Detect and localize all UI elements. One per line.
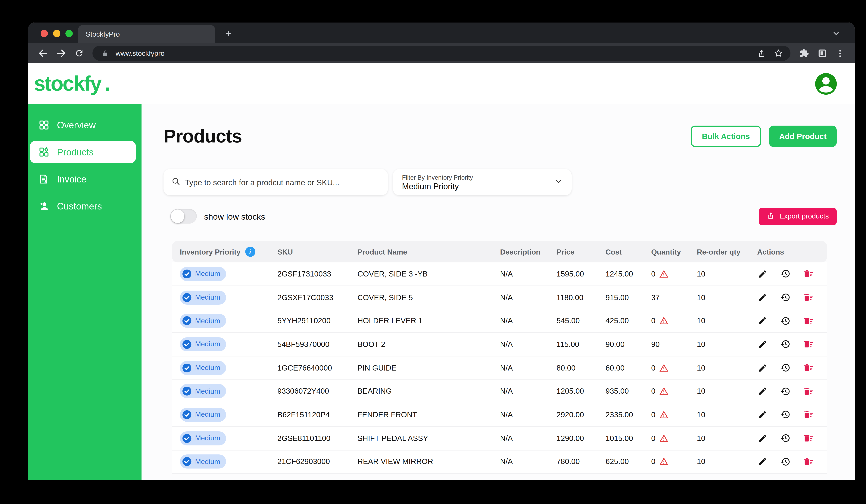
table-row: Medium 1GCE76640000 PIN GUIDE N/A 80.00 … xyxy=(172,356,827,380)
show-low-stocks-toggle[interactable] xyxy=(170,209,197,224)
history-icon[interactable] xyxy=(780,316,790,326)
col-actions: Actions xyxy=(757,248,827,256)
description-cell: N/A xyxy=(500,317,556,325)
delete-trash-icon[interactable] xyxy=(803,292,813,302)
low-stock-warning-icon xyxy=(659,410,668,420)
table-row: Medium 54BF59370000 BOOT 2 N/A 115.00 90… xyxy=(172,333,827,356)
actions-cell xyxy=(757,363,827,373)
col-description: Description xyxy=(500,248,556,256)
browser-menu-kebab-icon[interactable] xyxy=(833,47,847,60)
traffic-lights xyxy=(41,30,73,37)
table-row: Medium 21CF62903000 REAR VIEW MIRROR N/A… xyxy=(172,450,827,474)
sidebar: Overview Products $ Invoice xyxy=(28,104,142,480)
sku-cell: 1GCE76640000 xyxy=(277,364,357,372)
close-window-button[interactable] xyxy=(41,30,48,37)
history-icon[interactable] xyxy=(780,410,790,420)
history-icon[interactable] xyxy=(780,433,790,443)
delete-trash-icon[interactable] xyxy=(803,269,813,279)
cost-cell: 90.00 xyxy=(606,340,651,348)
delete-trash-icon[interactable] xyxy=(803,433,813,443)
invoice-document-icon: $ xyxy=(38,173,49,185)
check-circle-icon xyxy=(181,409,192,420)
svg-text:$: $ xyxy=(45,180,47,184)
search-icon xyxy=(171,176,180,188)
stockfy-app: stockfy. Overview xyxy=(28,63,855,480)
delete-trash-icon[interactable] xyxy=(803,339,813,349)
bulk-actions-button[interactable]: Bulk Actions xyxy=(691,125,761,147)
extensions-puzzle-icon[interactable] xyxy=(797,47,811,60)
delete-trash-icon[interactable] xyxy=(803,316,813,326)
quantity-cell: 0 xyxy=(651,387,697,396)
col-price: Price xyxy=(556,248,606,256)
user-avatar[interactable] xyxy=(813,71,839,97)
quantity-cell: 0 xyxy=(651,433,697,443)
priority-filter-dropdown[interactable]: Filter By Inventory Priority Medium Prio… xyxy=(393,169,572,195)
edit-pencil-icon[interactable] xyxy=(757,339,767,349)
priority-cell: Medium xyxy=(180,314,277,328)
table-row: Medium 2GSXF17C0033 COVER, SIDE 5 N/A 11… xyxy=(172,286,827,309)
cost-cell: 625.00 xyxy=(606,457,651,466)
edit-pencil-icon[interactable] xyxy=(757,269,767,279)
bookmark-star-icon[interactable] xyxy=(773,48,784,59)
priority-badge: Medium xyxy=(180,314,226,328)
reorder-qty-cell: 10 xyxy=(697,364,757,372)
edit-pencil-icon[interactable] xyxy=(757,316,767,326)
actions-cell xyxy=(757,292,827,302)
cost-cell: 1015.00 xyxy=(606,434,651,443)
lock-icon xyxy=(99,48,111,59)
table-row: Medium B62F151120P4 FENDER FRONT N/A 292… xyxy=(172,403,827,427)
history-icon[interactable] xyxy=(780,339,790,349)
delete-trash-icon[interactable] xyxy=(803,410,813,420)
new-tab-button[interactable]: + xyxy=(220,25,237,42)
add-product-button[interactable]: Add Product xyxy=(769,125,837,147)
reload-button[interactable] xyxy=(72,47,86,60)
edit-pencil-icon[interactable] xyxy=(757,410,767,420)
reorder-qty-cell: 10 xyxy=(697,434,757,443)
edit-pencil-icon[interactable] xyxy=(757,292,767,302)
sidebar-item-invoice[interactable]: $ Invoice xyxy=(30,168,136,190)
priority-badge: Medium xyxy=(180,431,226,445)
share-icon[interactable] xyxy=(756,48,767,59)
priority-cell: Medium xyxy=(180,267,277,281)
price-cell: 115.00 xyxy=(556,340,606,348)
cost-cell: 1245.00 xyxy=(606,270,651,278)
sidebar-item-customers[interactable]: Customers xyxy=(30,195,136,217)
price-cell: 1595.00 xyxy=(556,270,606,278)
edit-pencil-icon[interactable] xyxy=(757,386,767,396)
delete-trash-icon[interactable] xyxy=(803,457,813,467)
forward-button[interactable] xyxy=(54,47,68,60)
side-panel-icon[interactable] xyxy=(815,47,829,60)
check-circle-icon xyxy=(181,268,192,279)
sku-cell: B62F151120P4 xyxy=(277,411,357,419)
sidebar-item-overview[interactable]: Overview xyxy=(30,114,136,136)
tab-search-chevron-icon[interactable] xyxy=(832,29,840,39)
minimize-window-button[interactable] xyxy=(53,30,60,37)
info-icon[interactable]: i xyxy=(245,247,255,257)
history-icon[interactable] xyxy=(780,292,790,302)
cost-cell: 425.00 xyxy=(606,317,651,325)
edit-pencil-icon[interactable] xyxy=(757,433,767,443)
priority-badge: Medium xyxy=(180,290,226,305)
delete-trash-icon[interactable] xyxy=(803,386,813,396)
maximize-window-button[interactable] xyxy=(65,30,73,37)
sku-cell: 2GSF17310033 xyxy=(277,270,357,278)
history-icon[interactable] xyxy=(780,386,790,396)
history-icon[interactable] xyxy=(780,457,790,467)
edit-pencil-icon[interactable] xyxy=(757,457,767,467)
reorder-qty-cell: 10 xyxy=(697,457,757,466)
browser-tab[interactable]: StockfyPro xyxy=(78,25,215,43)
col-reorder-qty: Re-order qty xyxy=(697,248,757,256)
description-cell: N/A xyxy=(500,270,556,278)
address-bar[interactable]: www.stockfypro xyxy=(92,46,790,61)
back-button[interactable] xyxy=(36,47,49,60)
search-box[interactable] xyxy=(164,169,388,195)
export-products-button[interactable]: Export products xyxy=(759,208,837,225)
edit-pencil-icon[interactable] xyxy=(757,363,767,373)
delete-trash-icon[interactable] xyxy=(803,363,813,373)
history-icon[interactable] xyxy=(780,269,790,279)
history-icon[interactable] xyxy=(780,363,790,373)
search-input[interactable] xyxy=(185,178,380,187)
product-name-cell: HOLDER LEVER 1 xyxy=(357,317,500,325)
sidebar-item-products[interactable]: Products xyxy=(30,141,136,163)
priority-badge: Medium xyxy=(180,408,226,422)
